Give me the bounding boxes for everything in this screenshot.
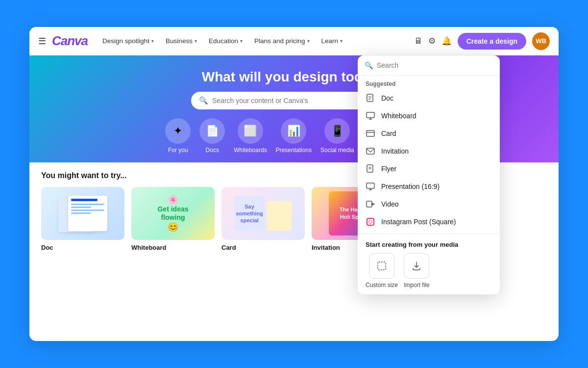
category-label-social-media: Social media — [320, 147, 354, 154]
svg-rect-16 — [367, 201, 372, 207]
dropdown-item-invitation[interactable]: Invitation — [358, 142, 500, 160]
nav-business[interactable]: Business ▾ — [161, 34, 202, 48]
dropdown-search-bar[interactable]: 🔍 — [358, 55, 500, 76]
card-visual: Saysomethingspecial — [235, 196, 292, 231]
category-docs[interactable]: 📄 Docs — [199, 118, 225, 154]
dropdown-item-video[interactable]: Video — [358, 195, 500, 213]
dropdown-doc-label: Doc — [381, 94, 393, 102]
dropdown-invitation-label: Invitation — [381, 147, 409, 155]
dropdown-search-input[interactable] — [377, 61, 493, 69]
import-file-button[interactable]: Import file — [404, 253, 430, 289]
suggestion-doc[interactable]: Doc — [41, 187, 124, 251]
main-window: ☰ Canva Design spotlight ▾ Business ▾ Ed… — [29, 27, 559, 341]
category-label-docs: Docs — [206, 147, 219, 154]
invitation-icon — [366, 146, 375, 156]
dropdown-item-presentation[interactable]: Presentation (16:9) — [358, 178, 500, 195]
dropdown-whiteboard-label: Whiteboard — [381, 112, 416, 120]
nav-plans-pricing[interactable]: Plans and pricing ▾ — [249, 34, 315, 48]
nav-links: Design spotlight ▾ Business ▾ Education … — [98, 34, 414, 48]
doc-visual — [53, 194, 112, 233]
doc-thumbnail — [41, 187, 124, 240]
create-dropdown: 🔍 Suggested Doc Whiteboard Card — [358, 55, 500, 294]
dropdown-item-flyer[interactable]: Flyer — [358, 160, 500, 178]
chevron-down-icon: ▾ — [307, 38, 310, 44]
whiteboard-icon — [366, 111, 375, 121]
category-for-you[interactable]: ✦ For you — [165, 118, 191, 154]
media-buttons-row: Custom size Import file — [366, 253, 492, 289]
custom-size-button[interactable]: Custom size — [366, 253, 398, 289]
presentation-icon — [366, 182, 375, 191]
dropdown-divider — [358, 234, 500, 234]
settings-icon[interactable]: ⚙ — [428, 36, 436, 46]
category-social-media[interactable]: 📱 Social media — [320, 118, 354, 154]
category-whiteboards[interactable]: ⬜ Whiteboards — [234, 118, 267, 154]
category-label-for-you: For you — [168, 147, 188, 154]
svg-rect-18 — [378, 262, 386, 270]
import-file-icon — [404, 253, 429, 279]
flyer-icon — [366, 164, 375, 174]
import-file-label: Import file — [404, 282, 430, 289]
create-design-button[interactable]: Create a design — [458, 33, 526, 50]
navbar: ☰ Canva Design spotlight ▾ Business ▾ Ed… — [29, 27, 559, 55]
start-from-media-title: Start creating from your media — [366, 241, 492, 248]
svg-rect-4 — [367, 112, 374, 118]
whiteboard-thumbnail: 🌸 Get ideasflowing 😊 — [131, 187, 215, 240]
for-you-icon: ✦ — [165, 118, 191, 144]
doc-page-front — [68, 196, 107, 231]
suggestion-card[interactable]: Saysomethingspecial Card — [221, 187, 305, 251]
video-icon — [366, 199, 375, 209]
whiteboards-icon: ⬜ — [238, 118, 263, 144]
dropdown-item-instagram[interactable]: Instagram Post (Square) — [358, 213, 500, 231]
nav-design-spotlight[interactable]: Design spotlight ▾ — [98, 34, 159, 48]
chevron-down-icon: ▾ — [340, 38, 343, 44]
dropdown-video-label: Video — [381, 200, 399, 208]
start-from-media-section: Start creating from your media Custom si… — [358, 237, 500, 294]
notifications-icon[interactable]: 🔔 — [441, 36, 452, 46]
svg-marker-17 — [372, 203, 374, 205]
card-icon — [366, 129, 375, 138]
chevron-down-icon: ▾ — [195, 38, 197, 44]
dropdown-item-whiteboard[interactable]: Whiteboard — [358, 107, 500, 125]
category-presentations[interactable]: 📊 Presentations — [276, 118, 312, 154]
dropdown-presentation-label: Presentation (16:9) — [381, 183, 440, 190]
nav-learn[interactable]: Learn ▾ — [317, 34, 348, 48]
dropdown-section-title: Suggested — [358, 76, 500, 89]
nav-education[interactable]: Education ▾ — [204, 34, 247, 48]
svg-rect-7 — [367, 131, 374, 136]
docs-icon: 📄 — [199, 118, 225, 144]
card-thumbnail: Saysomethingspecial — [221, 187, 305, 240]
dropdown-instagram-label: Instagram Post (Square) — [381, 218, 456, 226]
chevron-down-icon: ▾ — [151, 38, 154, 44]
avatar[interactable]: WB — [532, 32, 550, 50]
svg-rect-13 — [367, 183, 374, 188]
search-icon: 🔍 — [199, 96, 208, 105]
dropdown-search-icon: 🔍 — [365, 61, 373, 69]
svg-rect-9 — [367, 148, 374, 154]
dropdown-item-card[interactable]: Card — [358, 125, 500, 142]
whiteboard-label: Whiteboard — [131, 244, 215, 251]
custom-size-icon — [369, 253, 394, 279]
menu-icon[interactable]: ☰ — [38, 36, 46, 47]
presentations-icon: 📊 — [281, 118, 306, 144]
doc-label: Doc — [41, 244, 124, 251]
social-media-icon: 📱 — [324, 118, 350, 144]
custom-size-label: Custom size — [366, 282, 398, 289]
doc-icon — [366, 93, 375, 103]
chevron-down-icon: ▾ — [240, 38, 243, 44]
dropdown-item-doc[interactable]: Doc — [358, 89, 500, 107]
card-label: Card — [221, 244, 305, 251]
instagram-icon — [366, 217, 375, 227]
dropdown-card-label: Card — [381, 130, 396, 137]
dropdown-flyer-label: Flyer — [381, 165, 396, 173]
monitor-icon[interactable]: 🖥 — [414, 36, 422, 46]
suggestion-whiteboard[interactable]: 🌸 Get ideasflowing 😊 Whiteboard — [131, 187, 215, 251]
category-label-whiteboards: Whiteboards — [234, 147, 267, 154]
category-label-presentations: Presentations — [276, 147, 312, 154]
canva-logo[interactable]: Canva — [52, 33, 88, 49]
nav-right: 🖥 ⚙ 🔔 Create a design WB — [414, 32, 550, 50]
